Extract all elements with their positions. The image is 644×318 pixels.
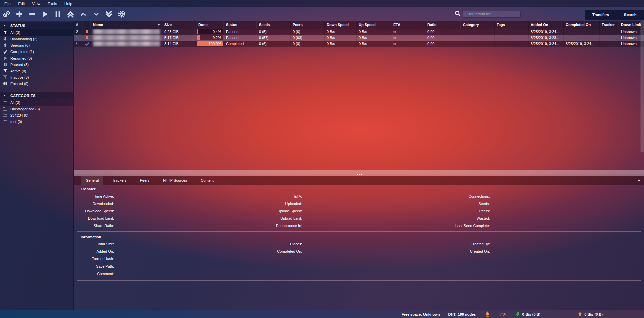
- download-speed-status[interactable]: 0 B/s (0 B): [515, 312, 540, 317]
- separator: [480, 312, 480, 317]
- torrent-name-redacted: [93, 29, 160, 34]
- col-header-state-icon[interactable]: [83, 21, 91, 29]
- decrease-priority-button[interactable]: [92, 10, 100, 18]
- sidebar-item-resumed[interactable]: Resumed (0): [0, 55, 73, 61]
- wasted-label: Wasted:: [453, 216, 490, 220]
- torrent-row[interactable]: 2 9.23 GiB 0.4% Paused 0 (5) 0 (6) 0 B/s…: [74, 29, 644, 35]
- transfers-tab-button[interactable]: Transfers: [590, 13, 611, 17]
- chevrons-down-icon: [105, 10, 113, 18]
- funnel-dim-icon: [3, 75, 7, 79]
- filter-torrent-input[interactable]: [463, 11, 521, 18]
- connection-status-button[interactable]: [484, 311, 491, 318]
- scrollbar-thumb[interactable]: [74, 170, 644, 174]
- pause-icon: [3, 62, 7, 67]
- tab-http-sources[interactable]: HTTP Sources: [158, 176, 192, 185]
- tab-trackers[interactable]: Trackers: [107, 176, 131, 185]
- menu-view[interactable]: View: [28, 0, 44, 7]
- comment-label: Comment:: [77, 272, 114, 276]
- col-header-completed-on[interactable]: Completed On: [564, 21, 600, 29]
- increase-priority-button[interactable]: [79, 10, 87, 18]
- sidebar-item-downloading[interactable]: Downloading (2): [0, 36, 73, 42]
- category-item-test[interactable]: test (0): [0, 118, 73, 125]
- menu-help[interactable]: Help: [61, 0, 76, 7]
- menu-edit[interactable]: Edit: [14, 0, 29, 7]
- sidebar-item-paused[interactable]: Paused (3): [0, 61, 73, 68]
- col-header-size[interactable]: Size: [162, 21, 196, 29]
- torrent-row[interactable]: * 3.14 GiB 100.0% Completed 0 (6) 0 (0) …: [74, 41, 644, 47]
- col-header-tags[interactable]: Tags: [495, 21, 529, 29]
- completed-state-icon: [83, 41, 91, 47]
- options-button[interactable]: [117, 10, 126, 18]
- free-space-status: Free space: Unknown: [402, 312, 440, 316]
- completed-on-label: Completed On:: [265, 249, 302, 253]
- up-arrow-icon: [578, 312, 582, 317]
- pause-button[interactable]: [54, 10, 62, 18]
- menu-bar: File Edit View Tools Help: [0, 0, 644, 7]
- delete-torrent-button[interactable]: [28, 10, 36, 18]
- alt-speed-limits-button[interactable]: [499, 311, 507, 317]
- add-magnet-link-button[interactable]: [2, 10, 10, 18]
- tab-content[interactable]: Content: [196, 176, 218, 185]
- collapse-panel-icon[interactable]: [637, 180, 641, 182]
- seeds-label: Seeds:: [453, 202, 490, 206]
- col-header-name[interactable]: Name: [91, 21, 162, 29]
- check-icon: [3, 49, 7, 54]
- category-item-uncategorized[interactable]: Uncategorized (3): [0, 106, 73, 112]
- sort-descending-icon: [157, 24, 160, 26]
- splitter-handle[interactable]: [357, 174, 362, 176]
- filter-area: [455, 7, 521, 21]
- col-header-status[interactable]: Status: [224, 21, 257, 29]
- flame-icon: [484, 311, 491, 318]
- col-header-number[interactable]: #: [74, 21, 83, 29]
- add-torrent-button[interactable]: [15, 10, 23, 18]
- uploaded-label: Uploaded:: [265, 202, 302, 206]
- general-properties-panel: Transfer Time Active: ETA: Connections: …: [74, 185, 644, 310]
- category-item-all[interactable]: All (3): [0, 99, 73, 106]
- chevron-down-icon: [3, 25, 6, 26]
- funnel-icon: [3, 30, 7, 35]
- gear-icon: [118, 10, 126, 18]
- tab-general[interactable]: General: [81, 176, 103, 185]
- col-header-peers[interactable]: Peers: [291, 21, 325, 29]
- menu-tools[interactable]: Tools: [44, 0, 61, 7]
- total-size-label: Total Size:: [77, 242, 114, 246]
- col-header-tracker[interactable]: Tracker: [600, 21, 619, 29]
- col-header-ratio[interactable]: Ratio: [425, 21, 461, 29]
- torrent-row[interactable]: 1 5.17 GiB 9.2% Paused 0 (57) 0 (63) 0 B…: [74, 35, 644, 41]
- vertical-scrollbar[interactable]: [640, 21, 644, 152]
- col-header-up-speed[interactable]: Up Speed: [357, 21, 391, 29]
- paused-state-icon: [83, 29, 91, 35]
- pieces-label: Pieces:: [265, 242, 302, 246]
- torrent-list-panel: # Name Size Done Status Seeds Peers Down…: [74, 21, 644, 310]
- col-header-eta[interactable]: ETA: [391, 21, 425, 29]
- progress-bar: 9.2%: [197, 35, 223, 40]
- sidebar-item-inactive[interactable]: Inactive (3): [0, 74, 73, 80]
- search-tab-button[interactable]: Search: [622, 13, 639, 17]
- category-item-234234[interactable]: 234234 (0): [0, 112, 73, 118]
- sidebar-item-completed[interactable]: Completed (1): [0, 48, 73, 55]
- col-header-down-speed[interactable]: Down Speed: [325, 21, 357, 29]
- bottom-priority-button[interactable]: [105, 10, 113, 18]
- col-header-added-on[interactable]: Added On: [529, 21, 564, 29]
- sidebar-item-errored[interactable]: Errored (0): [0, 80, 73, 87]
- view-switcher: Transfers Search: [585, 10, 644, 20]
- col-header-seeds[interactable]: Seeds: [257, 21, 291, 29]
- upload-speed-status[interactable]: 0 B/s (0 B): [578, 312, 603, 317]
- progress-bar: 0.4%: [197, 29, 223, 34]
- col-header-category[interactable]: Category: [461, 21, 495, 29]
- categories-section-header[interactable]: CATEGORIES: [0, 92, 73, 99]
- last-seen-complete-label: Last Seen Complete:: [453, 224, 490, 228]
- peers-label: Peers:: [453, 209, 490, 213]
- separator: [495, 312, 495, 317]
- sidebar-item-seeding[interactable]: Seeding (0): [0, 42, 73, 48]
- sidebar-item-all[interactable]: All (3): [0, 29, 73, 36]
- menu-file[interactable]: File: [1, 0, 14, 7]
- tab-peers[interactable]: Peers: [135, 176, 155, 185]
- share-ratio-label: Share Ratio:: [77, 224, 114, 228]
- horizontal-scrollbar[interactable]: [74, 170, 644, 174]
- sidebar-item-active[interactable]: Active (0): [0, 68, 73, 74]
- status-section-header[interactable]: STATUS: [0, 22, 73, 29]
- top-priority-button[interactable]: [66, 10, 74, 18]
- resume-button[interactable]: [41, 10, 49, 18]
- col-header-done[interactable]: Done: [196, 21, 224, 29]
